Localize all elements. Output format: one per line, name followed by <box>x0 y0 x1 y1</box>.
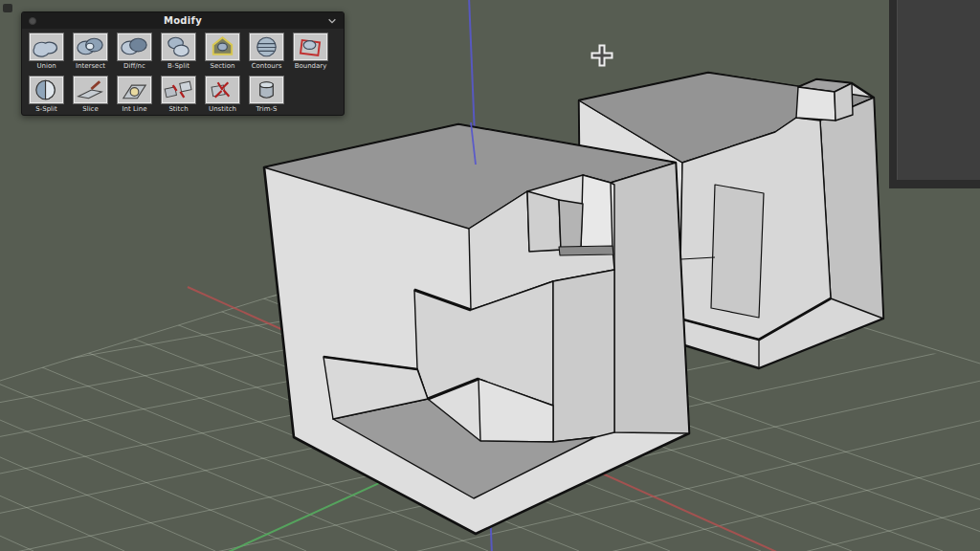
modify-button-section[interactable]: Section <box>205 33 240 71</box>
modify-button-union[interactable]: Union <box>29 33 64 71</box>
modify-button-label: Intersect <box>76 61 105 71</box>
modify-button-unstitch[interactable]: Unstitch <box>205 76 240 114</box>
modify-button-trim-s[interactable]: Trim-S <box>249 76 284 114</box>
modify-button-label: S-Split <box>35 104 57 114</box>
modify-button-label: Boundary <box>295 61 327 71</box>
modify-button-boundary[interactable]: Boundary <box>293 33 328 71</box>
cube-face-right <box>611 163 689 433</box>
modify-button-s-split[interactable]: S-Split <box>29 76 64 114</box>
slice-icon <box>73 76 108 104</box>
window-corner-dot <box>3 4 12 12</box>
modify-button-contours[interactable]: Contours <box>249 33 284 71</box>
modify-button-int-line[interactable]: Int Line <box>117 76 152 114</box>
palette-row-1: UnionIntersectDiff/ncB-SplitSectionConto… <box>22 29 344 72</box>
section-icon <box>205 33 240 61</box>
intersection-line-icon <box>117 76 152 104</box>
inner-right-wall <box>553 270 614 442</box>
top-box-face-left <box>796 87 835 121</box>
modify-button-label: Section <box>210 61 234 71</box>
difference-icon <box>117 33 152 61</box>
top-notch-wall-dark <box>559 200 583 250</box>
boundary-icon <box>293 33 328 61</box>
modify-button-intersect[interactable]: Intersect <box>73 33 108 71</box>
modify-button-label: Contours <box>252 61 282 71</box>
side-panel[interactable] <box>889 0 980 188</box>
cube-recessed-panel <box>711 185 764 318</box>
modify-button-stitch[interactable]: Stitch <box>161 76 196 114</box>
union-icon <box>29 33 64 61</box>
modify-button-b-split[interactable]: B-Split <box>161 33 196 71</box>
modify-button-label: Trim-S <box>256 104 278 114</box>
modify-button-label: Stitch <box>168 104 188 114</box>
chevron-down-icon[interactable] <box>327 16 337 26</box>
modify-button-label: Unstitch <box>209 104 236 114</box>
stitch-icon <box>161 76 196 104</box>
side-panel-body <box>897 0 980 180</box>
unstitch-icon <box>205 76 240 104</box>
surface-split-icon <box>29 76 64 104</box>
modify-palette: Modify UnionIntersectDiff/ncB-SplitSecti… <box>21 11 345 116</box>
modify-button-label: Union <box>36 61 56 71</box>
top-notch-wall-mid <box>527 191 561 252</box>
notched-cube-left[interactable] <box>264 124 689 534</box>
grid-line <box>0 130 33 551</box>
modify-button-diff-nc[interactable]: Diff/nc <box>117 33 152 71</box>
modify-button-label: Int Line <box>122 104 146 114</box>
modify-button-label: B-Split <box>167 61 189 71</box>
contours-icon <box>249 33 284 61</box>
boolean-split-icon <box>161 33 196 61</box>
trim-surface-icon <box>249 76 284 104</box>
viewport-3d[interactable]: Modify UnionIntersectDiff/ncB-SplitSecti… <box>0 0 980 551</box>
modify-button-label: Slice <box>82 104 99 114</box>
grid-line <box>0 130 215 551</box>
intersect-icon <box>73 33 108 61</box>
palette-title: Modify <box>22 15 344 26</box>
top-notch-shelf <box>559 246 613 255</box>
palette-row-2: S-SplitSliceInt LineStitchUnstitchTrim-S <box>22 72 344 115</box>
grid-line <box>0 130 306 551</box>
top-notch-wall-bright <box>581 175 612 249</box>
grid-line <box>0 130 124 551</box>
palette-menu-dot[interactable] <box>29 17 36 25</box>
palette-title-bar[interactable]: Modify <box>22 12 344 29</box>
modify-button-slice[interactable]: Slice <box>73 76 108 114</box>
modify-button-label: Diff/nc <box>123 61 145 71</box>
